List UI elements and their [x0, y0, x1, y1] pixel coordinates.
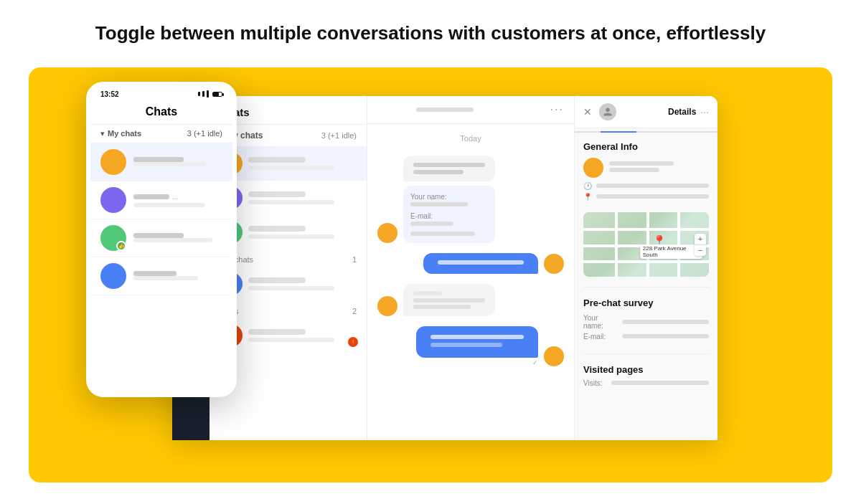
chat-msg-bar-4 — [248, 286, 334, 290]
msg-incoming-1: Your name: E-mail: — [377, 156, 564, 243]
chat-messages: Today Your name: — [367, 124, 574, 440]
msg-incoming-2 — [377, 284, 564, 316]
msg-bubble-outgoing-1 — [423, 253, 538, 274]
msg-avatar-out-1 — [544, 254, 564, 274]
mobile-chat-item-3[interactable]: 👍 — [90, 219, 232, 257]
details-more-icon[interactable]: ··· — [700, 106, 709, 118]
tab-spacer — [575, 128, 612, 131]
visits-label: Visits: — [583, 379, 608, 387]
mobile-chat-item-1[interactable] — [90, 143, 232, 181]
mobile-name-bar-2 — [133, 194, 169, 199]
chat-name-bar-2 — [248, 191, 306, 197]
chat-info-5 — [248, 329, 357, 342]
visited-pages-section: Visited pages Visits: — [583, 364, 709, 387]
mobile-name-bar-1 — [133, 157, 184, 162]
thumbs-up-badge: 👍 — [116, 241, 126, 251]
general-info-section: General Info 🕐 — [583, 141, 709, 204]
avatar-circle-2 — [100, 187, 126, 213]
mobile-chat-info-3 — [133, 233, 222, 242]
mobile-chat-info-2: ... — [133, 193, 222, 207]
pre-chat-name-label: Your name: — [583, 314, 619, 330]
mobile-avatar-2 — [100, 187, 126, 213]
chat-msg-bar-1 — [248, 166, 334, 170]
desktop-mockup: Chats ▾ My chats 3 (+1 idle) — [172, 96, 718, 440]
msg-bar-in-1 — [413, 163, 485, 167]
pre-chat-email-label: E-mail: — [583, 333, 619, 341]
avatar-circle-1 — [100, 149, 126, 175]
visits-bar — [611, 381, 709, 385]
mobile-mockup: 13:52 Chats ▾ My chats 3 (+1 idle) — [86, 82, 237, 397]
form-email-label: E-mail: — [410, 212, 488, 220]
msg-avatar-out-2 — [544, 346, 564, 366]
clock-bar — [596, 184, 709, 188]
close-icon[interactable]: ✕ — [583, 106, 592, 118]
map-road-v-1 — [615, 212, 618, 277]
form-email-bar — [410, 222, 453, 226]
info-bar-1 — [609, 161, 674, 166]
chat-name-bar-1 — [248, 157, 306, 163]
visited-pages-title: Visited pages — [583, 364, 709, 375]
msg-outgoing-content-2: ✓ — [416, 326, 538, 366]
details-header-icons: ✕ — [583, 103, 616, 120]
msg-avatar-2 — [377, 296, 397, 316]
details-panel-header: ✕ Details ··· — [575, 96, 718, 128]
mobile-chat-info-1 — [133, 157, 222, 166]
pre-chat-section: Pre-chat survey Your name: E-mail: — [583, 298, 709, 343]
my-chats-count: 3 (+1 idle) — [321, 131, 357, 140]
msg-bubble-outgoing-2 — [416, 326, 538, 358]
msg-bar-in-5 — [413, 305, 471, 309]
details-title: Details — [668, 107, 696, 117]
msg-bar-in-2 — [413, 170, 464, 174]
msg-bubble-incoming-1 — [403, 156, 495, 181]
map-zoom-in[interactable]: + — [697, 234, 704, 244]
mobile-my-chats-row: ▾ My chats 3 (+1 idle) — [90, 125, 232, 143]
chat-name-bar-3 — [248, 226, 306, 232]
signal-bar-3 — [207, 90, 209, 98]
general-info-title: General Info — [583, 141, 709, 152]
mobile-msg-bar-2 — [133, 203, 205, 207]
map-zoom-out[interactable]: − — [697, 245, 704, 256]
mobile-chat-item-2[interactable]: ... — [90, 181, 232, 219]
mobile-chat-info-4 — [133, 271, 222, 280]
pre-chat-email-row: E-mail: — [583, 333, 709, 341]
person-svg — [603, 107, 613, 117]
pre-chat-name-row: Your name: — [583, 314, 709, 330]
chat-msg-bar-5 — [248, 338, 334, 342]
map-container: 📍 228 Park Avenue South + − — [583, 212, 709, 277]
chat-msg-bar-3 — [248, 234, 334, 239]
avatar-circle-4 — [100, 263, 126, 289]
mobile-msg-bar-3 — [133, 238, 212, 242]
pre-chat-title: Pre-chat survey — [583, 298, 709, 308]
mobile-name-bar-3 — [133, 233, 184, 238]
map-controls: + − — [695, 234, 706, 256]
location-icon: 📍 — [583, 193, 592, 201]
location-row: 📍 — [583, 193, 709, 201]
location-bar — [596, 194, 709, 199]
header-bar — [416, 108, 474, 112]
person-icon[interactable] — [599, 103, 616, 120]
section-count-1: 1 — [352, 255, 357, 264]
msg-incoming-content-1: Your name: E-mail: — [403, 156, 495, 243]
msg-bar-in-4 — [413, 298, 485, 303]
chat-info-1 — [248, 157, 357, 170]
battery-icon — [212, 92, 222, 97]
mobile-chat-item-4[interactable] — [90, 257, 232, 295]
mobile-header: Chats — [90, 100, 232, 125]
yellow-section: 13:52 Chats ▾ My chats 3 (+1 idle) — [29, 67, 832, 482]
general-info-row — [583, 158, 709, 178]
chat-info-4 — [248, 277, 357, 290]
info-avatar — [583, 158, 603, 178]
details-content: General Info 🕐 — [575, 133, 718, 396]
outgoing-bar-2b — [430, 343, 502, 347]
chat-name-bar-5 — [248, 329, 306, 335]
chat-info-2 — [248, 191, 357, 204]
checkmark-icon: ✓ — [532, 359, 538, 366]
msg-checkmarks: ✓ — [532, 359, 538, 366]
mobile-status-dots: ... — [172, 193, 178, 201]
more-options-icon[interactable]: ··· — [550, 103, 564, 116]
mobile-msg-bar-4 — [133, 276, 198, 280]
clock-icon: 🕐 — [583, 182, 592, 190]
visits-row: Visits: — [583, 379, 709, 387]
map-background: 📍 228 Park Avenue South + − — [583, 212, 709, 277]
details-actions: Details ··· — [668, 106, 709, 118]
